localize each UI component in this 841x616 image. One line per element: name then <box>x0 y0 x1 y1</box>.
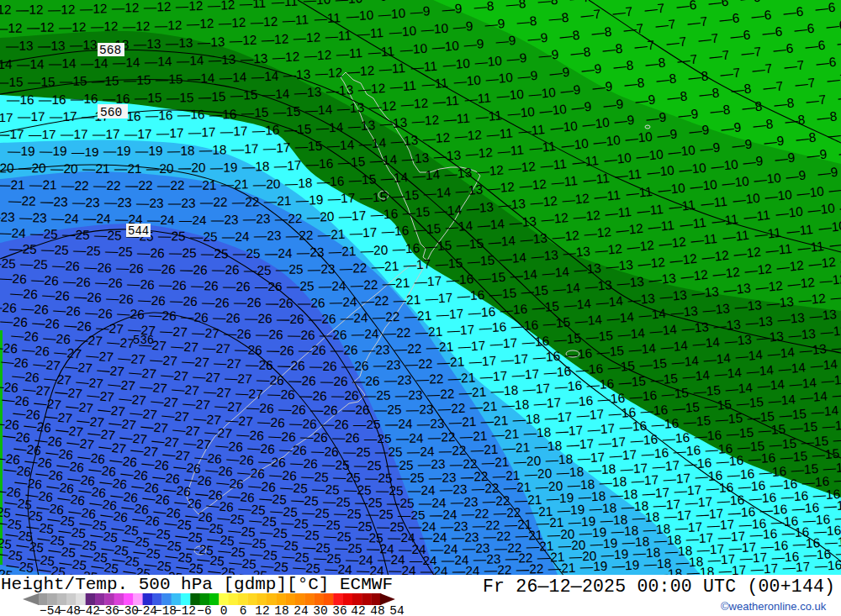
svg-text:—12: —12 <box>304 47 331 63</box>
svg-text:—14: —14 <box>553 280 581 297</box>
svg-text:—26: —26 <box>116 261 144 276</box>
svg-text:—7: —7 <box>612 4 634 20</box>
svg-text:—9: —9 <box>635 92 657 108</box>
svg-text:—22: —22 <box>428 429 456 445</box>
svg-text:—27: —27 <box>214 398 242 414</box>
svg-text:—23: —23 <box>104 195 132 209</box>
svg-text:—18: —18 <box>242 159 270 174</box>
svg-text:—26: —26 <box>246 357 273 372</box>
svg-text:—13: —13 <box>745 313 774 330</box>
svg-text:—22: —22 <box>405 356 433 371</box>
svg-text:—16: —16 <box>651 416 680 432</box>
svg-text:—14: —14 <box>423 185 452 201</box>
svg-text:—26: —26 <box>235 342 262 357</box>
svg-text:—15: —15 <box>489 286 517 302</box>
svg-text:—14: —14 <box>380 170 409 186</box>
svg-text:—11: —11 <box>282 12 309 28</box>
svg-text:—17: —17 <box>0 127 24 141</box>
svg-text:—16: —16 <box>629 387 658 403</box>
svg-text:—11: —11 <box>378 61 405 76</box>
svg-text:—16: —16 <box>586 376 615 392</box>
svg-text:—8: —8 <box>505 0 526 12</box>
svg-text:—14: —14 <box>660 338 689 355</box>
svg-text:−12: −12 <box>174 604 196 616</box>
svg-text:—14: —14 <box>628 340 657 357</box>
svg-text:—11: —11 <box>271 0 298 9</box>
svg-text:—8: —8 <box>741 98 763 115</box>
svg-text:—10: —10 <box>550 118 579 135</box>
svg-text:—16: —16 <box>500 302 528 318</box>
svg-text:—12: —12 <box>659 234 687 251</box>
svg-text:—11: —11 <box>540 156 568 173</box>
svg-text:—13: —13 <box>799 341 828 358</box>
svg-text:—18: —18 <box>501 397 529 413</box>
svg-text:—22: —22 <box>340 261 368 276</box>
svg-text:—9: —9 <box>560 82 582 98</box>
svg-text:—10: —10 <box>399 41 428 57</box>
svg-text:—9: —9 <box>571 99 593 115</box>
svg-text:—24: —24 <box>0 225 26 240</box>
svg-text:—14: —14 <box>81 55 108 71</box>
svg-text:—24: —24 <box>222 229 250 244</box>
svg-text:—23: —23 <box>19 210 47 225</box>
svg-text:—15: —15 <box>294 139 322 154</box>
svg-text:—26: —26 <box>106 291 134 307</box>
svg-text:—21: —21 <box>189 178 217 192</box>
svg-text:—16: —16 <box>177 107 205 122</box>
svg-text:—13: —13 <box>723 281 752 297</box>
svg-text:—14: —14 <box>17 57 45 71</box>
svg-text:—16: —16 <box>251 123 279 138</box>
svg-text:—14: —14 <box>595 293 624 310</box>
svg-text:—15: —15 <box>424 238 452 254</box>
svg-text:—17: —17 <box>489 335 518 351</box>
svg-text:536: 536 <box>133 334 154 347</box>
svg-text:24: 24 <box>294 604 308 616</box>
svg-text:—21: —21 <box>502 440 530 455</box>
svg-text:—12: —12 <box>155 18 182 33</box>
svg-text:—16: —16 <box>381 223 409 239</box>
svg-text:—8: —8 <box>666 88 688 104</box>
svg-text:—11: —11 <box>690 231 718 248</box>
svg-text:—13: —13 <box>659 287 688 304</box>
svg-text:—26: —26 <box>331 388 359 403</box>
svg-text:—9: —9 <box>688 122 710 138</box>
svg-text:—25: —25 <box>94 228 122 243</box>
svg-text:—11: —11 <box>410 59 438 75</box>
svg-text:—15: —15 <box>124 72 151 87</box>
svg-text:—25: —25 <box>343 445 371 459</box>
svg-text:—16: —16 <box>145 108 173 123</box>
svg-text:—11: —11 <box>754 225 782 242</box>
svg-text:—17: —17 <box>414 273 442 289</box>
svg-text:—7: —7 <box>698 31 720 47</box>
svg-text:—26: —26 <box>138 292 166 308</box>
svg-text:—27: —27 <box>107 334 135 350</box>
svg-text:—26: —26 <box>159 277 187 292</box>
svg-text:—15: —15 <box>198 89 226 104</box>
svg-text:—24: —24 <box>385 417 413 431</box>
svg-text:—25: —25 <box>375 445 403 459</box>
svg-text:—23: —23 <box>72 195 100 209</box>
svg-text:—9: —9 <box>645 109 667 125</box>
svg-text:—11: —11 <box>421 76 449 92</box>
svg-text:—22: —22 <box>275 211 303 226</box>
svg-text:—13: —13 <box>584 277 613 294</box>
svg-text:—26: —26 <box>257 414 285 430</box>
svg-text:—14: —14 <box>606 309 635 326</box>
svg-text:—27: —27 <box>192 325 220 340</box>
svg-text:—12: —12 <box>584 224 612 241</box>
svg-text:36: 36 <box>332 604 346 616</box>
svg-text:—26: —26 <box>309 312 336 326</box>
svg-text:—12: —12 <box>798 291 827 308</box>
svg-text:—12: —12 <box>712 265 741 282</box>
svg-text:—17: —17 <box>750 561 778 577</box>
svg-text:—9: —9 <box>549 65 570 81</box>
svg-text:—16: —16 <box>597 391 626 407</box>
svg-text:—11: —11 <box>765 241 793 258</box>
svg-text:—21: —21 <box>317 227 345 242</box>
svg-text:—15: —15 <box>758 422 786 438</box>
svg-text:—23: —23 <box>211 213 239 227</box>
svg-text:—12: —12 <box>701 248 730 265</box>
svg-text:—8: —8 <box>687 68 709 84</box>
svg-text:—12: —12 <box>187 16 214 31</box>
svg-text:—12: —12 <box>541 210 569 227</box>
